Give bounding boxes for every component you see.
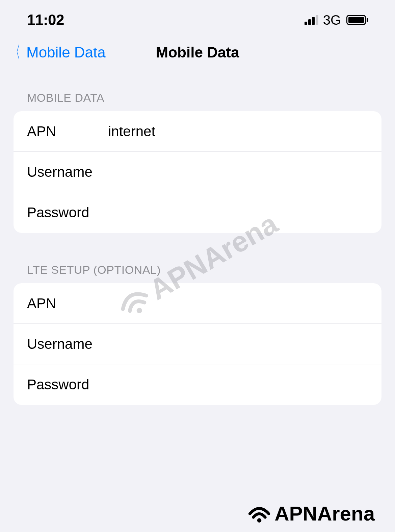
battery-icon <box>346 15 368 25</box>
apn-input[interactable] <box>108 123 368 140</box>
status-right: 3G <box>305 13 368 28</box>
lte-username-input[interactable] <box>108 336 368 352</box>
signal-icon <box>305 15 318 25</box>
content: MOBILE DATA APN Username Password LTE SE… <box>0 74 395 405</box>
username-input[interactable] <box>108 164 368 180</box>
field-label: APN <box>27 295 108 312</box>
watermark-bottom: APNArena <box>247 502 375 525</box>
field-label: Password <box>27 204 108 221</box>
svg-point-1 <box>257 518 262 523</box>
field-label: Username <box>27 336 108 352</box>
row-lte-apn[interactable]: APN <box>14 283 381 324</box>
row-username[interactable]: Username <box>14 152 381 192</box>
wifi-icon <box>247 504 271 523</box>
row-apn[interactable]: APN <box>14 111 381 152</box>
section-group-lte: APN Username Password <box>14 283 381 405</box>
network-type-label: 3G <box>323 13 341 28</box>
lte-password-input[interactable] <box>108 377 368 393</box>
row-lte-password[interactable]: Password <box>14 364 381 405</box>
section-header-lte: LTE SETUP (OPTIONAL) <box>14 263 381 283</box>
row-lte-username[interactable]: Username <box>14 324 381 364</box>
field-label: APN <box>27 123 108 140</box>
status-bar: 11:02 3G <box>0 0 395 34</box>
field-label: Password <box>27 377 108 393</box>
chevron-left-icon: 〈 <box>10 41 21 64</box>
back-button[interactable]: 〈 Mobile Data <box>7 41 106 64</box>
status-time: 11:02 <box>27 11 64 28</box>
nav-bar: 〈 Mobile Data Mobile Data <box>0 34 395 74</box>
password-input[interactable] <box>108 204 368 221</box>
lte-apn-input[interactable] <box>108 295 368 312</box>
row-password[interactable]: Password <box>14 192 381 233</box>
back-label: Mobile Data <box>26 44 106 61</box>
section-header-mobile-data: MOBILE DATA <box>14 91 381 111</box>
section-group-mobile-data: APN Username Password <box>14 111 381 233</box>
field-label: Username <box>27 164 108 180</box>
